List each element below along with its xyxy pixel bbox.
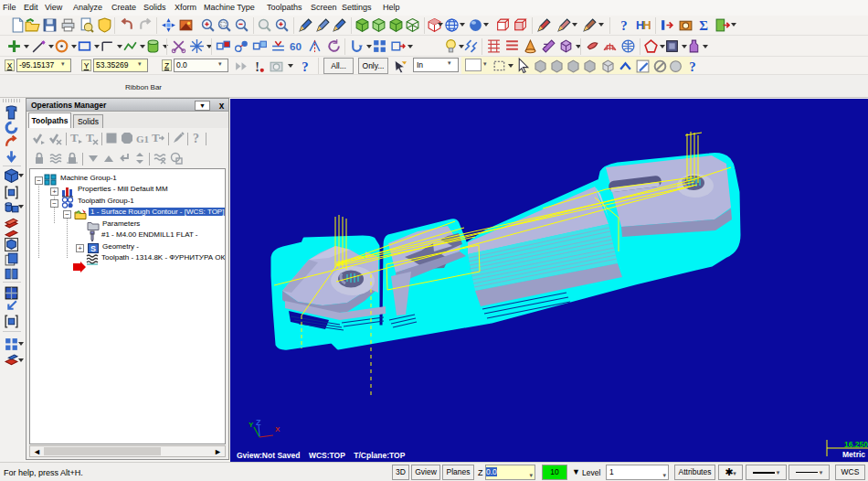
svg-text:?: ? <box>193 132 199 145</box>
svg-text:H: H <box>643 18 651 32</box>
svg-text:60: 60 <box>290 40 302 52</box>
svg-text:T: T <box>86 131 94 144</box>
svg-text:Z: Z <box>256 418 261 427</box>
svg-text:S: S <box>90 244 96 253</box>
svg-text:G1: G1 <box>136 134 149 144</box>
svg-text:Σ: Σ <box>699 18 708 33</box>
svg-text:!: ! <box>255 60 259 74</box>
svg-text:T: T <box>70 131 79 144</box>
svg-text:Y: Y <box>249 421 254 429</box>
svg-text:?: ? <box>302 59 308 74</box>
svg-text:?: ? <box>689 59 695 74</box>
svg-text:?: ? <box>620 18 627 33</box>
svg-text:T: T <box>152 131 160 144</box>
svg-text:X: X <box>275 425 281 433</box>
